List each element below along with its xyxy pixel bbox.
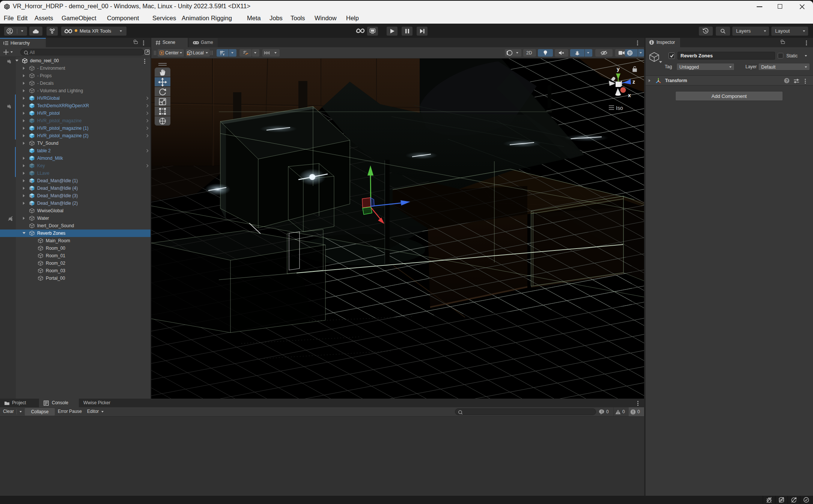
svg-text:z: z: [632, 79, 635, 85]
svg-text:x: x: [628, 92, 631, 98]
svg-text:Iso: Iso: [616, 105, 623, 111]
svg-text:y: y: [617, 66, 620, 72]
svg-text:?: ?: [786, 78, 788, 83]
svg-text:Y: Y: [223, 53, 225, 56]
